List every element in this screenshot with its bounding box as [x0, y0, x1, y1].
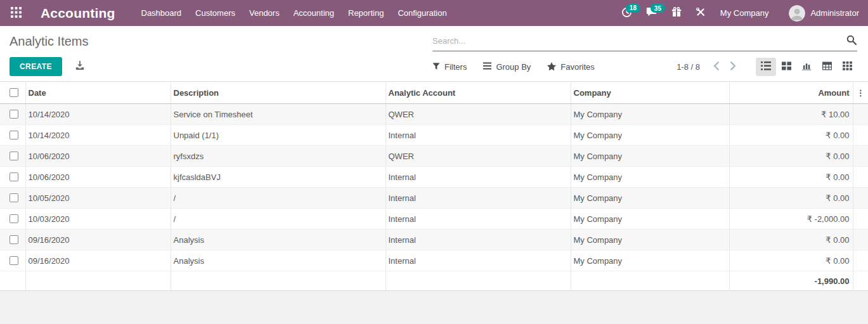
nav-accounting[interactable]: Accounting — [287, 0, 341, 26]
cell-amount[interactable]: ₹ 0.00 — [729, 146, 853, 167]
cell-company[interactable]: My Company — [571, 104, 729, 125]
nav-dashboard[interactable]: Dashboard — [134, 0, 189, 26]
table-row[interactable]: 09/16/2020 Analysis Internal My Company … — [0, 250, 868, 271]
cell-analytic-account[interactable]: Internal — [385, 230, 571, 250]
table-row[interactable]: 10/14/2020 Unpaid (1/1) Internal My Comp… — [0, 125, 868, 146]
pager-range: 1-8 / 8 — [677, 62, 700, 72]
cell-date[interactable]: 09/16/2020 — [25, 250, 171, 271]
favorites-button[interactable]: Favorites — [547, 62, 594, 72]
cell-date[interactable]: 10/14/2020 — [25, 125, 171, 146]
table-row[interactable]: 10/06/2020 kjfcasldaBVJ Internal My Comp… — [0, 167, 868, 188]
app-brand[interactable]: Accounting — [41, 6, 115, 21]
cell-company[interactable]: My Company — [571, 250, 729, 271]
cell-company[interactable]: My Company — [571, 146, 729, 167]
cell-amount[interactable]: ₹ -2,000.00 — [729, 209, 853, 230]
list-view-button[interactable] — [756, 58, 776, 76]
activities-button[interactable]: 18 — [616, 3, 638, 23]
column-header-description[interactable]: Description — [171, 82, 385, 104]
row-checkbox[interactable] — [10, 193, 18, 202]
table-row[interactable]: 09/16/2020 Analysis Internal My Company … — [0, 230, 868, 250]
nav-vendors[interactable]: Vendors — [242, 0, 287, 26]
table-row[interactable]: 10/05/2020 / Internal My Company ₹ 0.00 — [0, 188, 868, 209]
avatar — [789, 5, 805, 22]
table-row[interactable]: 10/06/2020 ryfsxdzs QWER My Company ₹ 0.… — [0, 146, 868, 167]
cell-analytic-account[interactable]: QWER — [385, 104, 571, 125]
cell-analytic-account[interactable]: Internal — [385, 125, 571, 146]
cell-description[interactable]: kjfcasldaBVJ — [171, 167, 385, 188]
debug-tools-icon[interactable] — [690, 3, 711, 23]
cell-description[interactable]: Service on Timesheet — [171, 104, 385, 125]
apps-menu-button[interactable] — [0, 0, 32, 26]
pivot-view-button[interactable] — [817, 58, 837, 76]
filters-button[interactable]: Filters — [432, 62, 467, 72]
cell-analytic-account[interactable]: Internal — [385, 188, 571, 209]
optional-columns-icon[interactable]: ⋮ — [857, 88, 865, 98]
nav-customers[interactable]: Customers — [188, 0, 242, 26]
cell-amount[interactable]: ₹ 0.00 — [729, 167, 853, 188]
cell-company[interactable]: My Company — [571, 230, 729, 250]
column-header-date[interactable]: Date — [25, 82, 171, 104]
cell-analytic-account[interactable]: QWER — [385, 146, 571, 167]
cell-date[interactable]: 10/05/2020 — [25, 188, 171, 209]
table-header-row: Date Description Analytic Account Compan… — [0, 82, 868, 104]
nav-configuration[interactable]: Configuration — [391, 0, 453, 26]
main-nav: Dashboard Customers Vendors Accounting R… — [134, 0, 454, 26]
cell-date[interactable]: 10/06/2020 — [25, 146, 171, 167]
cell-date[interactable]: 10/14/2020 — [25, 104, 171, 125]
search-input[interactable] — [432, 36, 846, 46]
export-button[interactable] — [72, 58, 87, 75]
group-by-bars-icon — [483, 62, 491, 72]
user-menu[interactable]: Administrator — [789, 5, 859, 22]
row-checkbox[interactable] — [10, 172, 18, 181]
cell-analytic-account[interactable]: Internal — [385, 167, 571, 188]
group-by-label: Group By — [496, 62, 531, 72]
cell-description[interactable]: Unpaid (1/1) — [171, 125, 385, 146]
column-header-company[interactable]: Company — [571, 82, 729, 104]
cell-analytic-account[interactable]: Internal — [385, 209, 571, 230]
pager-next-button[interactable] — [725, 59, 742, 75]
rewards-button[interactable] — [666, 3, 687, 23]
create-button[interactable]: CREATE — [10, 57, 62, 76]
cell-amount[interactable]: ₹ 0.00 — [729, 188, 853, 209]
cell-amount[interactable]: ₹ 0.00 — [729, 250, 853, 271]
cell-amount[interactable]: ₹ 10.00 — [729, 104, 853, 125]
row-checkbox[interactable] — [10, 131, 18, 139]
table-footer-row: -1,990.00 — [0, 271, 868, 291]
graph-view-button[interactable] — [796, 58, 817, 76]
cell-amount[interactable]: ₹ 0.00 — [729, 230, 853, 250]
cell-date[interactable]: 09/16/2020 — [25, 230, 171, 250]
row-checkbox[interactable] — [10, 152, 18, 160]
cell-date[interactable]: 10/06/2020 — [25, 167, 171, 188]
select-all-checkbox[interactable] — [10, 88, 18, 97]
cell-description[interactable]: ryfsxdzs — [171, 146, 385, 167]
cell-company[interactable]: My Company — [571, 167, 729, 188]
cell-company[interactable]: My Company — [571, 209, 729, 230]
column-header-analytic-account[interactable]: Analytic Account — [385, 82, 571, 104]
row-checkbox[interactable] — [10, 256, 18, 265]
row-checkbox[interactable] — [10, 214, 18, 223]
row-checkbox[interactable] — [10, 110, 18, 119]
cell-analytic-account[interactable]: Internal — [385, 250, 571, 271]
kanban-view-button[interactable] — [776, 58, 796, 76]
nav-reporting[interactable]: Reporting — [341, 0, 391, 26]
activity-view-button[interactable] — [837, 58, 857, 76]
pivot-table-icon — [822, 62, 832, 72]
cell-description[interactable]: Analysis — [171, 230, 385, 250]
cell-date[interactable]: 10/03/2020 — [25, 209, 171, 230]
row-checkbox[interactable] — [10, 235, 18, 244]
cell-company[interactable]: My Company — [571, 188, 729, 209]
group-by-button[interactable]: Group By — [483, 62, 531, 72]
company-switcher[interactable]: My Company — [720, 8, 769, 18]
cell-company[interactable]: My Company — [571, 125, 729, 146]
search-button[interactable] — [846, 35, 857, 47]
table-row[interactable]: 10/03/2020 / Internal My Company ₹ -2,00… — [0, 209, 868, 230]
cell-description[interactable]: / — [171, 188, 385, 209]
messages-button[interactable]: 35 — [640, 3, 663, 23]
filter-funnel-icon — [432, 62, 440, 72]
cell-amount[interactable]: ₹ 0.00 — [729, 125, 853, 146]
column-header-amount[interactable]: Amount — [729, 82, 853, 104]
table-row[interactable]: 10/14/2020 Service on Timesheet QWER My … — [0, 104, 868, 125]
cell-description[interactable]: Analysis — [171, 250, 385, 271]
pager-previous-button[interactable] — [708, 59, 725, 75]
cell-description[interactable]: / — [171, 209, 385, 230]
